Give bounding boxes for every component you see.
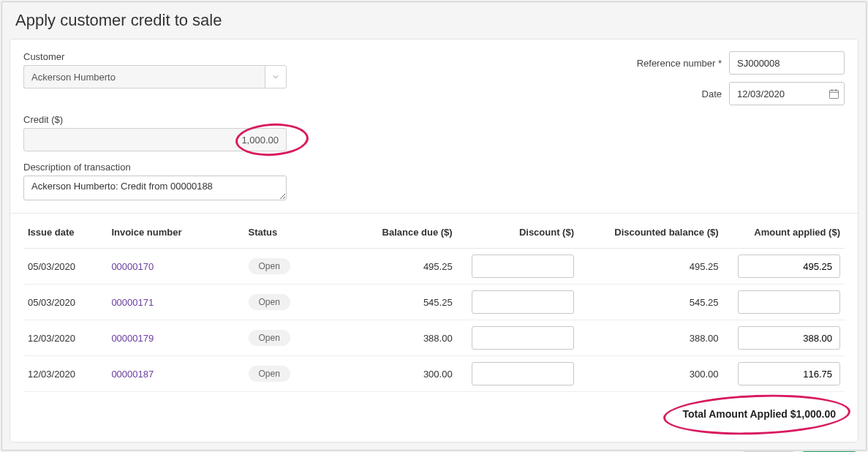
customer-label: Customer xyxy=(23,51,287,62)
col-invoice-number: Invoice number xyxy=(107,216,244,249)
invoice-link[interactable]: 00000187 xyxy=(111,369,154,380)
cell-issue-date: 05/03/2020 xyxy=(23,249,107,285)
table-row: 12/03/202000000187Open300.00300.00 xyxy=(23,356,845,392)
right-fields: Reference number * Date xyxy=(637,51,845,105)
description-block: Description of transaction Ackerson Humb… xyxy=(23,162,845,203)
cell-issue-date: 12/03/2020 xyxy=(23,356,107,392)
cell-balance-due: 388.00 xyxy=(335,320,456,356)
cell-issue-date: 05/03/2020 xyxy=(23,285,107,320)
customer-block: Customer Ackerson Humberto xyxy=(23,51,287,105)
calendar-icon[interactable] xyxy=(827,87,840,100)
table-row: 05/03/202000000171Open545.25545.25 xyxy=(23,285,845,320)
cell-issue-date: 12/03/2020 xyxy=(23,320,107,356)
customer-select-value[interactable]: Ackerson Humberto xyxy=(23,65,265,88)
invoice-link[interactable]: 00000170 xyxy=(111,261,154,272)
table-row: 12/03/202000000179Open388.00388.00 xyxy=(23,320,845,356)
cell-discounted-balance: 495.25 xyxy=(578,249,723,285)
discount-input[interactable] xyxy=(472,326,574,350)
reference-input[interactable] xyxy=(729,51,845,75)
date-label: Date xyxy=(702,88,722,99)
amount-applied-input[interactable] xyxy=(738,362,840,385)
invoice-link[interactable]: 00000171 xyxy=(111,297,154,308)
divider xyxy=(10,213,858,214)
apply-credit-window: Apply customer credit to sale Customer A… xyxy=(1,1,867,451)
credit-label: Credit ($) xyxy=(23,114,287,125)
discount-input[interactable] xyxy=(472,290,574,314)
cell-balance-due: 300.00 xyxy=(335,356,456,392)
main-panel: Customer Ackerson Humberto Reference num… xyxy=(10,39,858,442)
amount-applied-input[interactable] xyxy=(738,326,840,350)
cell-discounted-balance: 388.00 xyxy=(578,320,723,356)
total-value: $1,000.00 xyxy=(790,408,836,420)
discount-input[interactable] xyxy=(472,362,574,385)
cell-balance-due: 495.25 xyxy=(335,249,456,285)
totals-row: Total Amount Applied $1,000.00 xyxy=(23,392,845,429)
cell-balance-due: 545.25 xyxy=(335,285,456,320)
status-pill: Open xyxy=(249,330,290,346)
amount-applied-input[interactable] xyxy=(738,290,840,314)
col-balance-due: Balance due ($) xyxy=(335,216,456,249)
customer-select[interactable]: Ackerson Humberto xyxy=(23,65,287,88)
credit-input xyxy=(23,128,287,151)
status-pill: Open xyxy=(249,366,290,382)
cell-discounted-balance: 545.25 xyxy=(578,285,723,320)
status-pill: Open xyxy=(249,258,290,274)
col-discount: Discount ($) xyxy=(457,216,578,249)
invoice-link[interactable]: 00000179 xyxy=(111,333,154,344)
discount-input[interactable] xyxy=(472,255,574,278)
page-title: Apply customer credit to sale xyxy=(15,11,853,30)
svg-rect-0 xyxy=(829,90,838,98)
status-pill: Open xyxy=(249,294,290,310)
table-header-row: Issue date Invoice number Status Balance… xyxy=(23,216,845,249)
table-row: 05/03/202000000170Open495.25495.25 xyxy=(23,249,845,285)
reference-field: Reference number * xyxy=(637,51,845,75)
customer-select-toggle[interactable] xyxy=(265,65,287,88)
amount-applied-input[interactable] xyxy=(738,255,840,278)
invoices-table: Issue date Invoice number Status Balance… xyxy=(23,216,845,392)
col-discounted-balance: Discounted balance ($) xyxy=(578,216,723,249)
window-header: Apply customer credit to sale xyxy=(2,2,866,39)
date-field: Date xyxy=(702,82,845,105)
description-label: Description of transaction xyxy=(23,162,845,173)
chevron-down-icon xyxy=(273,74,279,80)
total-label: Total Amount Applied xyxy=(682,408,787,420)
cell-discounted-balance: 300.00 xyxy=(578,356,723,392)
col-status: Status xyxy=(244,216,336,249)
top-row: Customer Ackerson Humberto Reference num… xyxy=(23,51,845,105)
reference-label: Reference number * xyxy=(637,58,722,69)
credit-block: Credit ($) xyxy=(23,114,287,151)
col-issue-date: Issue date xyxy=(23,216,107,249)
description-input[interactable]: Ackerson Humberto: Credit from 00000188 xyxy=(23,176,287,200)
col-amount-applied: Amount applied ($) xyxy=(723,216,845,249)
